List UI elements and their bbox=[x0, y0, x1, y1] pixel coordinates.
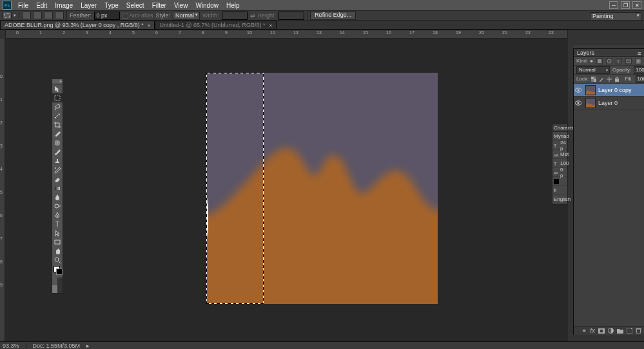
ruler-horizontal[interactable]: 01234567891011121314151617181920212223 bbox=[5, 30, 568, 39]
document-canvas[interactable] bbox=[206, 73, 438, 304]
magic-wand-tool-icon[interactable] bbox=[52, 111, 63, 120]
screenmode-icon[interactable] bbox=[52, 285, 63, 293]
filter-pixel-icon[interactable] bbox=[596, 58, 603, 64]
path-selection-tool-icon[interactable] bbox=[52, 229, 63, 238]
layer-thumbnail[interactable] bbox=[585, 98, 596, 108]
type-tool-icon[interactable]: T bbox=[52, 220, 63, 229]
shape-tool-icon[interactable] bbox=[52, 238, 63, 247]
adjustment-layer-icon[interactable] bbox=[608, 328, 614, 334]
filter-shape-icon[interactable] bbox=[625, 58, 632, 64]
move-tool-icon[interactable] bbox=[52, 84, 63, 93]
panel-grip[interactable]: » bbox=[52, 79, 63, 84]
status-caret-icon[interactable]: ▸ bbox=[86, 343, 90, 349]
quickmask-mode-icon[interactable] bbox=[52, 278, 63, 285]
lock-pixels-icon[interactable] bbox=[599, 77, 604, 82]
ruler-vertical[interactable]: 0123456789 bbox=[0, 39, 5, 341]
eraser-tool-icon[interactable] bbox=[52, 174, 63, 184]
blend-mode-select[interactable]: Normal▾ bbox=[576, 66, 610, 74]
canvas-area[interactable] bbox=[5, 39, 568, 341]
visibility-toggle-icon[interactable] bbox=[574, 100, 583, 106]
color-icon bbox=[554, 179, 559, 184]
menu-filter[interactable]: Filter bbox=[148, 1, 170, 10]
group-icon[interactable] bbox=[617, 328, 623, 334]
menu-layer[interactable]: Layer bbox=[77, 1, 101, 10]
maximize-button[interactable]: ❐ bbox=[621, 1, 630, 9]
pen-tool-icon[interactable] bbox=[52, 211, 63, 220]
marquee-tool-preset-icon[interactable] bbox=[3, 12, 12, 19]
lasso-tool-icon[interactable] bbox=[52, 102, 63, 111]
background-color-swatch[interactable] bbox=[56, 269, 63, 275]
language-select[interactable]: English bbox=[554, 196, 571, 202]
layer-thumbnail[interactable] bbox=[585, 85, 596, 95]
baseline-shift-input[interactable]: 0 p bbox=[560, 167, 566, 178]
lock-all-icon[interactable] bbox=[614, 77, 620, 82]
dodge-tool-icon[interactable] bbox=[52, 202, 63, 211]
menu-view[interactable]: View bbox=[170, 1, 192, 10]
layers-panel-tab[interactable]: Layers ≡ bbox=[574, 49, 644, 57]
menu-image[interactable]: Image bbox=[51, 1, 77, 10]
doc-size-label[interactable]: Doc: 1.55M/3.05M bbox=[33, 343, 81, 349]
layer-name-label[interactable]: Layer 0 bbox=[598, 100, 618, 106]
document-tab-active[interactable]: ADOBE BLUR.png @ 93.3% (Layer 0 copy , R… bbox=[0, 21, 155, 29]
link-layers-icon[interactable]: ⚭ bbox=[581, 327, 587, 334]
menu-window[interactable]: Window bbox=[191, 1, 222, 10]
opentype-icon[interactable]: fi bbox=[554, 187, 556, 193]
marquee-tool-icon[interactable] bbox=[52, 93, 63, 102]
lock-position-icon[interactable] bbox=[607, 77, 612, 82]
blur-tool-icon[interactable] bbox=[52, 193, 63, 202]
selection-subtract-icon[interactable] bbox=[44, 12, 53, 19]
zoom-tool-icon[interactable] bbox=[52, 256, 63, 265]
workspace-select[interactable]: Painting▾ bbox=[590, 12, 641, 21]
filter-adjustment-icon[interactable] bbox=[606, 58, 612, 64]
text-color-swatch[interactable] bbox=[560, 178, 561, 184]
lock-transparent-icon[interactable] bbox=[591, 77, 596, 82]
filter-type-icon[interactable]: T bbox=[616, 58, 622, 64]
character-panel-title[interactable]: Character bbox=[552, 124, 567, 132]
style-select[interactable]: Normal▾ bbox=[173, 12, 200, 20]
menu-edit[interactable]: Edit bbox=[32, 1, 51, 10]
healing-brush-tool-icon[interactable] bbox=[52, 138, 63, 147]
panel-menu-icon[interactable]: ≡ bbox=[638, 50, 643, 55]
hand-tool-icon[interactable] bbox=[52, 247, 63, 256]
close-icon[interactable]: × bbox=[148, 23, 151, 28]
layer-row[interactable]: Layer 0 copy bbox=[574, 84, 644, 97]
zoom-level[interactable]: 93.3% bbox=[3, 343, 19, 349]
kerning-input[interactable]: Met bbox=[560, 151, 569, 157]
crop-tool-icon[interactable] bbox=[52, 120, 63, 129]
menu-help[interactable]: Help bbox=[222, 1, 244, 10]
color-swatches[interactable] bbox=[52, 265, 63, 278]
layer-name-label[interactable]: Layer 0 copy bbox=[598, 87, 632, 93]
fill-input[interactable]: 100% bbox=[636, 75, 644, 83]
feather-input[interactable]: 0 px bbox=[94, 12, 120, 20]
font-family-select[interactable]: Myriad bbox=[554, 133, 569, 139]
menu-select[interactable]: Select bbox=[122, 1, 148, 10]
marquee-selection[interactable] bbox=[206, 73, 264, 304]
history-brush-tool-icon[interactable] bbox=[52, 165, 63, 174]
opacity-input[interactable]: 100% bbox=[634, 66, 644, 74]
vertical-scale-input[interactable]: 100 bbox=[560, 160, 569, 166]
selection-add-icon[interactable] bbox=[33, 12, 42, 19]
document-tab-inactive[interactable]: Untitled-1 @ 65.7% (Unblurred, RGB/8) * … bbox=[155, 21, 277, 29]
clone-stamp-tool-icon[interactable] bbox=[52, 156, 63, 165]
visibility-toggle-icon[interactable] bbox=[574, 88, 583, 93]
layer-mask-icon[interactable] bbox=[598, 328, 605, 334]
filter-smart-icon[interactable] bbox=[635, 58, 641, 64]
menu-type[interactable]: Type bbox=[101, 1, 122, 10]
minimize-button[interactable]: ─ bbox=[609, 1, 618, 9]
new-layer-icon[interactable] bbox=[627, 328, 632, 334]
font-size-input[interactable]: 24 p bbox=[560, 140, 566, 151]
delete-layer-icon[interactable] bbox=[636, 328, 641, 334]
selection-intersect-icon[interactable] bbox=[55, 12, 64, 19]
brush-tool-icon[interactable] bbox=[52, 147, 63, 156]
close-button[interactable]: ✕ bbox=[632, 1, 641, 9]
dropdown-caret-icon[interactable]: ▾ bbox=[14, 13, 16, 18]
layer-row[interactable]: Layer 0 bbox=[574, 97, 644, 109]
filter-kind-select[interactable]: Kind bbox=[576, 58, 587, 64]
eyedropper-tool-icon[interactable] bbox=[52, 129, 63, 138]
selection-new-icon[interactable] bbox=[22, 12, 31, 19]
close-icon[interactable]: × bbox=[269, 23, 273, 28]
gradient-tool-icon[interactable] bbox=[52, 184, 63, 193]
menu-file[interactable]: File bbox=[14, 1, 32, 10]
refine-edge-button[interactable]: Refine Edge... bbox=[310, 11, 356, 20]
layer-style-icon[interactable]: fx bbox=[590, 327, 595, 334]
